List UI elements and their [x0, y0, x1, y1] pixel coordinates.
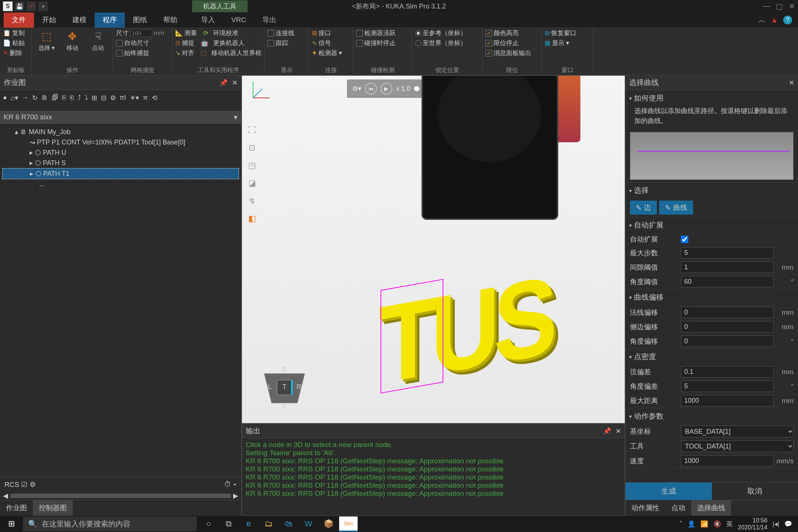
tab-controller[interactable]: 控制器图 — [33, 500, 73, 516]
vp-plane-icon[interactable]: ◪ — [246, 177, 258, 190]
coll-stop[interactable]: 碰撞时停止 — [356, 39, 396, 47]
menu-start[interactable]: 开始 — [34, 12, 64, 28]
menu-model[interactable]: 建模 — [64, 12, 95, 28]
close-icon[interactable]: ✕ — [789, 2, 795, 11]
ribbon-move[interactable]: ✥移动 — [61, 29, 84, 52]
play-icon[interactable]: ▶ — [381, 83, 392, 95]
tool-select[interactable]: TOOL_DATA[1] — [681, 440, 794, 452]
qat-dropdown-icon[interactable]: ▾ — [38, 1, 48, 11]
menu-import[interactable]: 导入 — [193, 12, 223, 28]
tb-icon[interactable]: ⤴ — [78, 94, 81, 102]
disp-trace[interactable]: 跟踪 — [267, 39, 294, 47]
tray-up-icon[interactable]: ˄ — [679, 520, 682, 528]
maximize-icon[interactable]: ▢ — [776, 2, 783, 11]
rp-tab-jog[interactable]: 点动 — [665, 500, 691, 516]
lock-ref[interactable]: 至参考（坐标） — [415, 29, 467, 37]
angle-input[interactable] — [681, 276, 774, 287]
lim-stop[interactable]: ✓限位停止 — [485, 39, 531, 47]
ribbon-delete[interactable]: ✕删除 — [3, 49, 25, 57]
snap-always[interactable]: 始终捕捉 — [116, 49, 164, 57]
tb-icon[interactable]: ⊟ — [101, 94, 106, 102]
gear-icon[interactable]: ⚙▾ — [352, 85, 361, 93]
ribbon-select[interactable]: ⬚选择 ▾ — [35, 29, 58, 52]
cortana-icon[interactable]: ○ — [200, 516, 218, 531]
undo-icon[interactable]: ↶ — [27, 1, 36, 11]
cancel-button[interactable]: 取消 — [712, 482, 798, 500]
tab-jobs[interactable]: 作业图 — [0, 500, 33, 516]
taskview-icon[interactable]: ⧉ — [219, 516, 238, 531]
tb-icon[interactable]: πI — [120, 94, 126, 102]
tb-icon[interactable]: ↻ — [32, 94, 38, 102]
lim-msg[interactable]: ✓消息面板输出 — [485, 49, 531, 57]
win-restore[interactable]: ⊞恢复窗口 — [545, 29, 576, 37]
base-select[interactable]: BASE_DATA[1] — [681, 426, 794, 437]
archive-icon[interactable]: 📦 — [319, 516, 338, 531]
tray-ime[interactable]: 英 — [726, 520, 733, 528]
tb-icon[interactable]: ⌂▾ — [11, 94, 18, 102]
select-curve-button[interactable]: ✎ 曲线 — [659, 201, 693, 215]
lock-world[interactable]: 至世界（坐标） — [415, 39, 467, 47]
normoff-input[interactable] — [681, 307, 774, 318]
word-icon[interactable]: W — [299, 516, 318, 531]
panel-close-icon[interactable]: ✕ — [232, 79, 238, 87]
tool-align[interactable]: ↘对齐 ⬚ 移动机器人世界框 — [175, 49, 262, 57]
conn-detector[interactable]: ✦检测器 ▾ — [312, 49, 342, 57]
vp-fit-icon[interactable]: ⊡ — [246, 141, 258, 154]
tool-measure[interactable]: 📐测量 ⟳ 环境校准 — [175, 29, 262, 37]
tb-icon[interactable]: ⤵ — [85, 94, 88, 102]
chord-input[interactable] — [681, 366, 774, 378]
tree-patht1[interactable]: ▸⬡ PATH T1 — [2, 168, 239, 179]
rewind-icon[interactable]: ⏮ — [365, 83, 377, 95]
vp-axis-icon[interactable]: ↯ — [246, 195, 258, 207]
menu-help[interactable]: 帮助 — [155, 12, 185, 28]
tb-icon[interactable]: ⎗ — [70, 94, 74, 102]
minimize-icon[interactable]: — — [763, 2, 770, 11]
tb-icon[interactable]: ⊞ — [92, 94, 97, 102]
angoff-input[interactable] — [681, 335, 774, 347]
tree-ptp[interactable]: ↝ PTP P1 CONT Vel=100% PDATP1 Tool[1] Ba… — [2, 137, 239, 147]
ribbon-click[interactable]: ☟点动 — [86, 29, 110, 52]
menu-drawing[interactable]: 图纸 — [125, 12, 155, 28]
tool-capture[interactable]: ⊙捕捉 🤖 更换机器人 — [175, 39, 262, 47]
pin-icon[interactable]: 📌 — [603, 427, 611, 435]
lim-color[interactable]: ✓颜色高亮 — [485, 29, 531, 37]
3d-viewport[interactable]: ⚙▾ ⏮ ▶ x 1.0 🖻 📹 ✨ ⛶ ⊡ ◳ ◪ ↯ ◧ TUS — [242, 75, 625, 423]
edge-icon[interactable]: e — [239, 516, 258, 531]
nav-cube[interactable]: B L T R F — [257, 359, 312, 414]
sideoff-input[interactable] — [681, 321, 774, 332]
rp-tab-motion[interactable]: 动作属性 — [625, 500, 665, 516]
tb-icon[interactable]: 🗐 — [52, 94, 58, 102]
sim-icon[interactable]: Sim — [339, 516, 358, 531]
vp-box-icon[interactable]: ◳ — [246, 159, 258, 172]
snap-value-input[interactable] — [130, 29, 152, 37]
explorer-icon[interactable]: 🗂 — [259, 516, 278, 531]
vp-expand-icon[interactable]: ⛶ — [246, 124, 258, 136]
tb-icon[interactable]: → — [22, 94, 28, 102]
menu-program[interactable]: 程序 — [95, 12, 125, 28]
ribbon-context-tab[interactable]: 机器人工具 — [192, 0, 248, 12]
save-icon[interactable]: 💾 — [15, 1, 24, 11]
tray-people-icon[interactable]: 👤 — [688, 520, 695, 528]
gap-input[interactable] — [681, 262, 774, 273]
ribbon-copy[interactable]: 📋复制 — [3, 29, 25, 37]
tb-icon[interactable]: ☀▾ — [130, 94, 139, 102]
conn-iface[interactable]: ⊞接口 — [312, 29, 342, 37]
speed-input[interactable] — [681, 455, 774, 467]
angdev-input[interactable] — [681, 381, 774, 392]
pin-icon[interactable]: 📌 — [219, 79, 228, 87]
rp-tab-curve[interactable]: 选择曲线 — [691, 500, 731, 516]
tree-pathu[interactable]: ▸⬡ PATH U — [2, 147, 239, 158]
warning-icon[interactable]: ▲ — [771, 16, 778, 24]
tb-icon[interactable]: ⟲ — [152, 94, 157, 102]
tray-wifi-icon[interactable]: 📶 — [700, 520, 708, 528]
tb-icon[interactable]: ● — [3, 94, 7, 102]
maxdist-input[interactable] — [681, 395, 774, 406]
vp-cube-icon[interactable]: ◧ — [246, 212, 258, 225]
help-icon[interactable]: ? — [783, 16, 792, 24]
panel-close-icon[interactable]: ✕ — [615, 427, 621, 435]
tb-icon[interactable]: 🗎 — [41, 94, 48, 102]
tree-main[interactable]: ▴🗎 MAIN My_Job — [2, 127, 239, 137]
select-edge-button[interactable]: ✎ 边 — [630, 201, 657, 215]
rcs-toggle[interactable]: RCS ☑ ⚙ — [4, 480, 36, 489]
robot-header[interactable]: KR 6 R700 sixx▾ — [0, 111, 241, 124]
